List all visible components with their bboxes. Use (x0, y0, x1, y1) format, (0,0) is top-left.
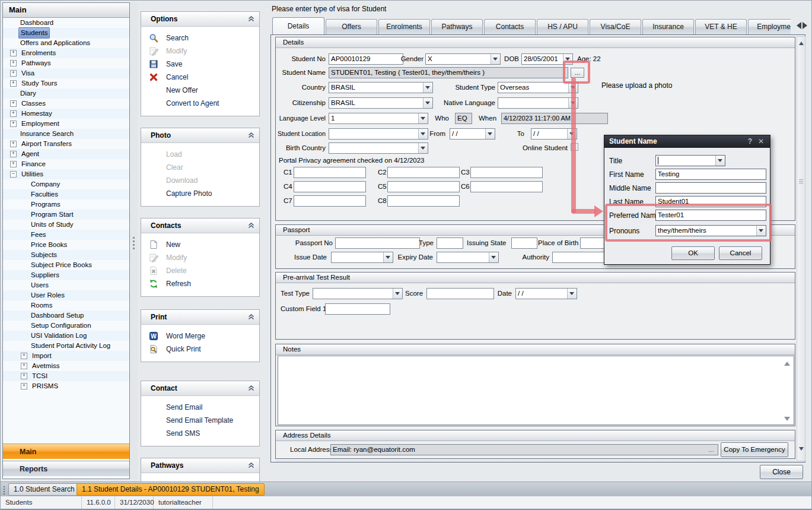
sidebar-item-students[interactable]: Students (3, 28, 129, 38)
close-button[interactable]: Close (760, 465, 803, 479)
test-type-select[interactable] (313, 288, 403, 299)
middle-name-input[interactable] (655, 182, 766, 194)
expand-plus-icon[interactable]: + (21, 383, 27, 389)
options-convert-to-agent-button[interactable]: Convert to Agent (141, 97, 259, 110)
contacts-refresh-button[interactable]: Refresh (141, 277, 259, 290)
tab-details[interactable]: Details (272, 17, 324, 34)
sidebar-splitter[interactable] (130, 2, 138, 479)
tab-insurance[interactable]: Insurance (642, 19, 694, 34)
sidebar-item-classes[interactable]: +Classes (3, 99, 129, 109)
sidebar-item-visa[interactable]: +Visa (3, 68, 129, 78)
tab-offers[interactable]: Offers (326, 19, 377, 34)
notes-scroll-down-icon[interactable] (784, 417, 790, 424)
expand-plus-icon[interactable]: + (10, 80, 17, 87)
sidebar-item-user-roles[interactable]: User Roles (3, 290, 129, 300)
country-select[interactable]: BRASIL (329, 82, 433, 93)
collapse-chevron-icon[interactable] (248, 14, 254, 24)
sidebar-item-study-tours[interactable]: +Study Tours (3, 78, 129, 88)
sidebar-item-dashboard-setup[interactable]: Dashboard Setup (3, 311, 129, 321)
sidebar-item-suppliers[interactable]: Suppliers (3, 270, 129, 280)
scroll-down-icon[interactable] (797, 444, 805, 452)
footer-tab-student-search[interactable]: 1.0 Student Search (8, 483, 80, 496)
custom-code-c3-input[interactable] (470, 167, 543, 178)
sidebar-item-units-of-study[interactable]: Units of Study (3, 220, 129, 230)
expand-plus-icon[interactable]: + (10, 50, 17, 56)
contact-send-sms-button[interactable]: Send SMS (141, 427, 259, 440)
student-location-select[interactable] (329, 128, 428, 140)
title-select[interactable] (655, 155, 725, 166)
birth-country-select[interactable] (329, 142, 428, 154)
issuing-state-input[interactable] (511, 237, 537, 249)
sidebar-item-utilities[interactable]: −Utilities (3, 169, 129, 179)
sidebar-item-subjects[interactable]: Subjects (3, 250, 129, 260)
sidebar-item-fees[interactable]: Fees (3, 230, 129, 240)
sidebar-item-company[interactable]: Company (3, 179, 129, 189)
horizontal-scrollbar[interactable] (275, 459, 795, 462)
expand-plus-icon[interactable]: + (21, 363, 27, 369)
expand-plus-icon[interactable]: + (10, 141, 17, 147)
options-save-button[interactable]: Save (141, 58, 259, 71)
tab-hs-apu[interactable]: HS / APU (537, 19, 588, 34)
custom-code-c7-input[interactable] (294, 195, 366, 207)
custom-code-c1-input[interactable] (294, 167, 366, 178)
sidebar-item-import[interactable]: +Import (3, 351, 129, 361)
custom-field-1-input[interactable] (325, 303, 390, 315)
notes-scroll-up-icon[interactable] (784, 359, 790, 366)
collapse-chevron-icon[interactable] (248, 312, 254, 322)
options-search-button[interactable]: Search (141, 31, 259, 45)
native-language-select[interactable] (498, 97, 578, 109)
content-scrollbar[interactable] (797, 36, 805, 461)
sidebar-item-setup-configuration[interactable]: Setup Configuration (3, 321, 129, 331)
sidebar-item-prisms[interactable]: +PRISMS (3, 381, 129, 391)
sidebar-item-program-start[interactable]: Program Start (3, 210, 129, 220)
scrollbar-grip-icon[interactable] (799, 178, 803, 185)
dialog-ok-button[interactable]: OK (671, 246, 715, 260)
expand-minus-icon[interactable]: − (10, 171, 17, 178)
tab-visa-coe-caaw[interactable]: Visa/CoE CAAW (590, 19, 641, 34)
footer-tab-student-details[interactable]: 1.1 Student Details - AP00010129 STUDENT… (77, 483, 265, 496)
expiry-date-select[interactable] (437, 252, 499, 263)
sidebar-item-users[interactable]: Users (3, 280, 129, 290)
custom-code-c6-input[interactable] (470, 181, 543, 192)
collapse-chevron-icon[interactable] (248, 130, 254, 141)
sidebar-item-homestay[interactable]: +Homestay (3, 109, 129, 119)
sidebar-item-dashboard[interactable]: Dashboard (3, 18, 129, 28)
test-date-select[interactable]: / / (515, 288, 577, 299)
print-quick-print-button[interactable]: Quick Print (141, 343, 259, 356)
issue-date-select[interactable] (331, 252, 393, 263)
tab-pathways[interactable]: Pathways (431, 19, 483, 34)
options-new-offer-button[interactable]: New Offer (141, 84, 259, 97)
collapse-chevron-icon[interactable] (248, 460, 254, 471)
to-date-select[interactable]: / / (531, 128, 577, 140)
scroll-up-icon[interactable] (797, 37, 805, 45)
copy-to-emergency-button[interactable]: Copy To Emergency (721, 442, 788, 457)
notes-input[interactable] (278, 356, 794, 425)
sidebar-item-price-books[interactable]: Price Books (3, 240, 129, 250)
tab-vet-he[interactable]: VET & HE (695, 19, 747, 34)
tab-scroll-left-icon[interactable] (793, 22, 801, 29)
passport-type-input[interactable] (437, 237, 463, 249)
sidebar-item-enrolments[interactable]: +Enrolments (3, 48, 129, 58)
expand-plus-icon[interactable]: + (10, 60, 17, 66)
sidebar-footer-reports-button[interactable]: Reports (3, 461, 129, 476)
custom-code-c2-input[interactable] (387, 167, 460, 178)
student-no-input[interactable]: AP00010129 (329, 53, 403, 65)
expand-plus-icon[interactable]: + (10, 70, 17, 77)
contact-send-email-template-button[interactable]: Send Email Template (141, 414, 259, 427)
custom-code-c8-input[interactable] (387, 195, 460, 207)
contacts-new-button[interactable]: New (141, 238, 259, 251)
collapse-chevron-icon[interactable] (248, 220, 254, 231)
options-cancel-button[interactable]: Cancel (141, 71, 259, 84)
sidebar-item-diary[interactable]: Diary (3, 88, 129, 99)
custom-code-c5-input[interactable] (387, 181, 460, 192)
expand-plus-icon[interactable]: + (10, 121, 17, 127)
first-name-input[interactable]: Testing (655, 169, 766, 180)
tab-contacts[interactable]: Contacts (484, 19, 536, 34)
dialog-cancel-button[interactable]: Cancel (719, 246, 762, 260)
collapse-chevron-icon[interactable] (248, 383, 254, 394)
sidebar-item-agent[interactable]: +Agent (3, 149, 129, 159)
expand-plus-icon[interactable]: + (10, 110, 17, 117)
sidebar-item-usi-validation-log[interactable]: USI Validation Log (3, 331, 129, 341)
expand-plus-icon[interactable]: + (21, 373, 27, 379)
dialog-help-icon[interactable]: ? (748, 135, 752, 148)
